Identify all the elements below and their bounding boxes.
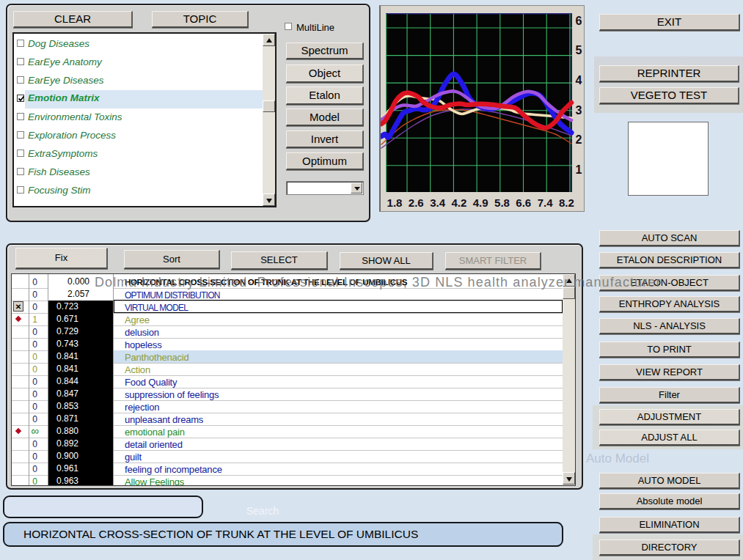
svg-text:1.8: 1.8 — [387, 196, 403, 209]
svg-text:2.6: 2.6 — [409, 196, 424, 209]
svg-text:6: 6 — [576, 15, 582, 27]
svg-text:5.8: 5.8 — [494, 196, 510, 209]
svg-text:6.6: 6.6 — [516, 196, 531, 209]
svg-text:8.2: 8.2 — [559, 196, 574, 209]
svg-text:4.2: 4.2 — [451, 196, 466, 209]
svg-text:3: 3 — [576, 104, 582, 117]
svg-text:5: 5 — [576, 44, 582, 56]
svg-text:7.4: 7.4 — [538, 196, 554, 209]
svg-text:2: 2 — [576, 133, 582, 146]
svg-text:4.9: 4.9 — [473, 196, 488, 209]
svg-text:4: 4 — [576, 74, 582, 86]
svg-text:1: 1 — [576, 163, 582, 176]
svg-text:3.4: 3.4 — [430, 196, 446, 209]
